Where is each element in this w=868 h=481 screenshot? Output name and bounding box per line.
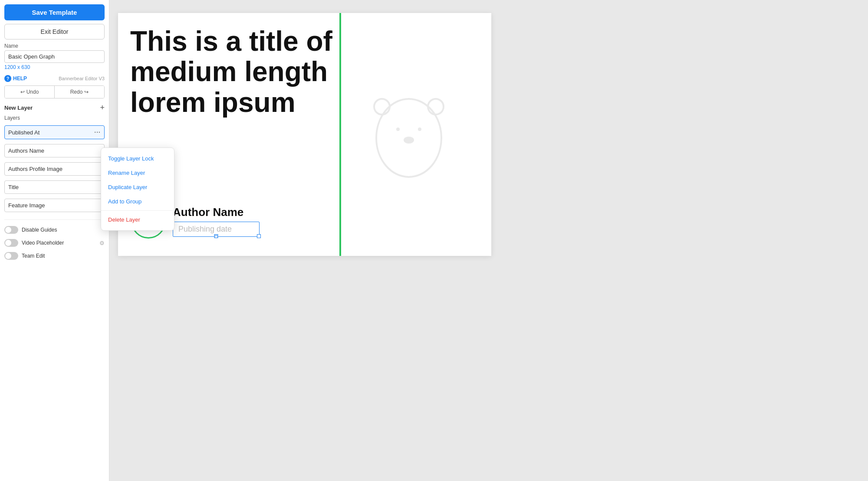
mascot bbox=[365, 82, 452, 187]
context-menu-toggle-lock[interactable]: Toggle Layer Lock bbox=[101, 151, 174, 166]
selection-handle-br bbox=[258, 235, 261, 238]
layers-label: Layers bbox=[4, 115, 105, 121]
redo-button[interactable]: Redo ↪ bbox=[55, 86, 104, 98]
main-area: This is a title of medium length lorem i… bbox=[109, 0, 868, 481]
svg-point-4 bbox=[418, 128, 421, 131]
context-menu-duplicate[interactable]: Duplicate Layer bbox=[101, 180, 174, 194]
undo-button[interactable]: ↩ Undo bbox=[5, 86, 55, 98]
layer-name-authors-name: Authors Name bbox=[8, 147, 44, 154]
layer-options-published-at[interactable]: ··· bbox=[94, 129, 101, 136]
context-menu-rename[interactable]: Rename Layer bbox=[101, 166, 174, 180]
add-layer-button[interactable]: + bbox=[100, 104, 105, 111]
disable-guides-toggle[interactable] bbox=[4, 226, 18, 234]
new-layer-label: New Layer bbox=[4, 105, 33, 111]
divider-1 bbox=[4, 219, 105, 220]
canvas-title: This is a title of medium length lorem i… bbox=[130, 26, 334, 118]
svg-point-3 bbox=[396, 128, 400, 131]
publishing-date-placeholder: Publishing date bbox=[178, 225, 232, 233]
name-label: Name bbox=[4, 43, 105, 49]
disable-guides-row: Disable Guides bbox=[4, 226, 105, 234]
author-name-text: Author Name bbox=[173, 206, 260, 219]
layer-item-title[interactable]: Title bbox=[4, 180, 105, 194]
team-edit-row: Team Edit bbox=[4, 252, 105, 260]
context-menu-delete[interactable]: Delete Layer bbox=[101, 213, 174, 227]
layer-name-authors-profile-image: Authors Profile Image bbox=[8, 166, 62, 172]
dimensions-link[interactable]: 1200 x 630 bbox=[4, 64, 30, 70]
help-button[interactable]: ? HELP bbox=[4, 75, 27, 82]
video-placeholder-gear-icon[interactable]: ⚙ bbox=[99, 240, 105, 246]
team-edit-toggle[interactable] bbox=[4, 252, 18, 260]
layer-item-authors-profile-image[interactable]: Authors Profile Image bbox=[4, 162, 105, 176]
undo-arrow-icon: ↩ bbox=[20, 89, 25, 95]
new-layer-row: New Layer + bbox=[4, 104, 105, 111]
name-field-section: Name 1200 x 630 bbox=[4, 43, 105, 71]
layer-item-published-at[interactable]: Published At ··· bbox=[4, 125, 105, 139]
publishing-date-box: Publishing date bbox=[173, 222, 260, 237]
name-input[interactable] bbox=[4, 50, 105, 63]
editor-version: Bannerbear Editor V3 bbox=[59, 76, 105, 81]
svg-point-5 bbox=[404, 137, 414, 144]
sidebar: Save Template Exit Editor Name 1200 x 63… bbox=[0, 0, 109, 481]
exit-editor-button[interactable]: Exit Editor bbox=[4, 24, 105, 39]
svg-point-7 bbox=[428, 99, 444, 115]
video-placeholder-toggle[interactable] bbox=[4, 239, 18, 247]
layer-name-title: Title bbox=[8, 184, 19, 190]
context-menu-divider bbox=[101, 210, 174, 211]
svg-point-6 bbox=[374, 99, 390, 115]
team-edit-label: Team Edit bbox=[22, 253, 45, 259]
context-menu-add-group[interactable]: Add to Group bbox=[101, 194, 174, 209]
right-mascot-area bbox=[344, 69, 474, 200]
help-icon: ? bbox=[4, 75, 11, 82]
green-guide-line bbox=[339, 13, 341, 256]
video-placeholder-row: Video Placeholder ⚙ bbox=[4, 239, 105, 247]
help-row: ? HELP Bannerbear Editor V3 bbox=[4, 75, 105, 82]
layer-name-feature-image: Feature Image bbox=[8, 202, 45, 209]
redo-arrow-icon: ↪ bbox=[84, 89, 89, 95]
layer-item-feature-image[interactable]: Feature Image bbox=[4, 199, 105, 212]
selection-handle-bm bbox=[215, 235, 218, 238]
video-placeholder-label: Video Placeholder bbox=[22, 240, 64, 246]
context-menu: Toggle Layer Lock Rename Layer Duplicate… bbox=[101, 147, 174, 231]
author-info: Author Name Publishing date bbox=[173, 206, 260, 237]
disable-guides-label: Disable Guides bbox=[22, 227, 57, 233]
save-template-button[interactable]: Save Template bbox=[4, 4, 105, 20]
undo-redo-row: ↩ Undo Redo ↪ bbox=[4, 85, 105, 98]
layer-item-authors-name[interactable]: Authors Name bbox=[4, 144, 105, 157]
layer-name-published-at: Published At bbox=[8, 129, 39, 136]
